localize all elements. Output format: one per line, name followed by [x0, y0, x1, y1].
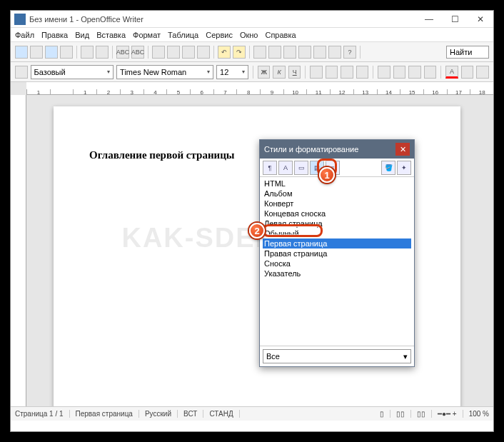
align-justify-icon[interactable]: [356, 66, 369, 79]
status-zoom[interactable]: 100 %: [469, 410, 489, 418]
table-icon[interactable]: [268, 46, 281, 59]
status-insert[interactable]: ВСТ: [183, 410, 203, 418]
spellcheck-icon[interactable]: ABC: [116, 46, 129, 59]
format-toolbar: Базовый▾ Times New Roman▾ 12▾ Ж К Ч A: [11, 62, 493, 82]
zoom-icon[interactable]: [328, 46, 341, 59]
email-icon[interactable]: [60, 46, 73, 59]
cut-icon[interactable]: [152, 46, 165, 59]
undo-icon[interactable]: ↶: [218, 46, 231, 59]
view-single-icon[interactable]: ▯: [380, 410, 390, 418]
titlebar: Без имени 1 - OpenOffice Writer — ☐ ✕: [11, 11, 493, 28]
status-style[interactable]: Первая страница: [76, 410, 139, 418]
menu-edit[interactable]: Правка: [41, 31, 68, 39]
list-item-selected[interactable]: Первая страница: [263, 238, 411, 248]
paragraph-styles-icon[interactable]: ¶: [263, 161, 277, 175]
autospell-icon[interactable]: ABC: [131, 46, 144, 59]
save-icon[interactable]: [45, 46, 58, 59]
list-item[interactable]: Правая страница: [263, 248, 411, 258]
standard-toolbar: ABC ABC ↶ ↷ ? Найти: [11, 42, 493, 62]
callout-1: 1: [319, 167, 335, 183]
styles-icon[interactable]: [15, 66, 28, 79]
list-num-icon[interactable]: [378, 66, 390, 79]
styles-filter-combo[interactable]: Все▾: [263, 349, 411, 363]
workspace: 1 12 34 56 78 910 1112 1314 1516 1718 Ог…: [11, 82, 493, 406]
horizontal-ruler[interactable]: 1 12 34 56 78 910 1112 1314 1516 1718: [26, 82, 493, 95]
menu-help[interactable]: Справка: [265, 31, 296, 39]
new-icon[interactable]: [15, 46, 28, 59]
menubar: Файл Правка Вид Вставка Формат Таблица С…: [11, 28, 493, 42]
print-icon[interactable]: [96, 46, 109, 59]
size-combo[interactable]: 12▾: [216, 65, 248, 79]
highlight-icon[interactable]: [461, 66, 474, 79]
underline-button[interactable]: Ч: [288, 66, 301, 79]
styles-close-icon[interactable]: ✕: [395, 143, 410, 156]
view-multi-icon[interactable]: ▯▯: [396, 410, 411, 418]
menu-file[interactable]: Файл: [15, 31, 34, 39]
menu-format[interactable]: Формат: [133, 31, 161, 39]
styles-panel: Стили и форматирование ✕ ¶ A ▭ ▤ ≡ 🪣 ✦ H…: [259, 139, 415, 367]
status-page: Страница 1 / 1: [15, 410, 70, 418]
callout-2: 2: [249, 223, 265, 238]
align-right-icon[interactable]: [341, 66, 353, 79]
status-lang[interactable]: Русский: [145, 410, 178, 418]
menu-view[interactable]: Вид: [75, 31, 89, 39]
char-styles-icon[interactable]: A: [278, 161, 293, 175]
redo-icon[interactable]: ↷: [233, 46, 246, 59]
zoom-slider[interactable]: ━●━ +: [438, 410, 463, 418]
styles-list[interactable]: HTML Альбом Конверт Концевая сноска Лева…: [260, 177, 414, 346]
close-button[interactable]: ✕: [468, 11, 493, 28]
brush-icon[interactable]: [197, 46, 210, 59]
find-input[interactable]: Найти: [446, 46, 489, 59]
styles-panel-title: Стили и форматирование: [264, 145, 358, 154]
fill-format-icon[interactable]: 🪣: [381, 161, 395, 175]
align-center-icon[interactable]: [326, 66, 338, 79]
statusbar: Страница 1 / 1 Первая страница Русский В…: [11, 406, 493, 421]
paste-icon[interactable]: [182, 46, 195, 59]
list-item[interactable]: Указатель: [263, 268, 411, 278]
bold-button[interactable]: Ж: [258, 66, 271, 79]
menu-tools[interactable]: Сервис: [206, 31, 233, 39]
indent-dec-icon[interactable]: [408, 66, 421, 79]
open-icon[interactable]: [30, 46, 43, 59]
italic-button[interactable]: К: [273, 66, 286, 79]
view-book-icon[interactable]: ▯▯: [417, 410, 432, 418]
help-icon[interactable]: ?: [343, 46, 356, 59]
styles-filter-area: Все▾: [260, 346, 414, 366]
hyperlink-icon[interactable]: [253, 46, 266, 59]
list-item[interactable]: Концевая сноска: [263, 209, 411, 219]
menu-insert[interactable]: Вставка: [96, 31, 126, 39]
copy-icon[interactable]: [167, 46, 180, 59]
list-item[interactable]: Конверт: [263, 199, 411, 209]
draw-icon[interactable]: [283, 46, 296, 59]
list-item[interactable]: Альбом: [263, 189, 411, 199]
status-mode[interactable]: СТАНД: [209, 410, 239, 418]
frame-styles-icon[interactable]: ▭: [294, 161, 308, 175]
font-combo[interactable]: Times New Roman▾: [116, 65, 213, 79]
menu-table[interactable]: Таблица: [168, 31, 198, 39]
gallery-icon[interactable]: [313, 46, 326, 59]
menu-window[interactable]: Окно: [240, 31, 258, 39]
new-style-icon[interactable]: ✦: [397, 161, 411, 175]
vertical-ruler[interactable]: [11, 95, 26, 406]
font-color-icon[interactable]: A: [445, 66, 458, 79]
list-bul-icon[interactable]: [393, 66, 406, 79]
style-combo[interactable]: Базовый▾: [31, 65, 114, 79]
align-left-icon[interactable]: [310, 66, 323, 79]
minimize-button[interactable]: —: [416, 11, 442, 28]
bgcolor-icon[interactable]: [476, 66, 489, 79]
window-title: Без имени 1 - OpenOffice Writer: [29, 15, 416, 24]
styles-panel-toolbar: ¶ A ▭ ▤ ≡ 🪣 ✦: [260, 159, 414, 177]
navigator-icon[interactable]: [298, 46, 311, 59]
indent-inc-icon[interactable]: [424, 66, 437, 79]
app-icon: [14, 14, 26, 25]
app-window: Без имени 1 - OpenOffice Writer — ☐ ✕ Фа…: [10, 10, 494, 432]
maximize-button[interactable]: ☐: [442, 11, 468, 28]
list-item[interactable]: Сноска: [263, 258, 411, 268]
list-item[interactable]: HTML: [263, 179, 411, 189]
pdf-icon[interactable]: [81, 46, 94, 59]
styles-panel-titlebar[interactable]: Стили и форматирование ✕: [260, 140, 414, 159]
callout-ring-2: [263, 224, 323, 237]
